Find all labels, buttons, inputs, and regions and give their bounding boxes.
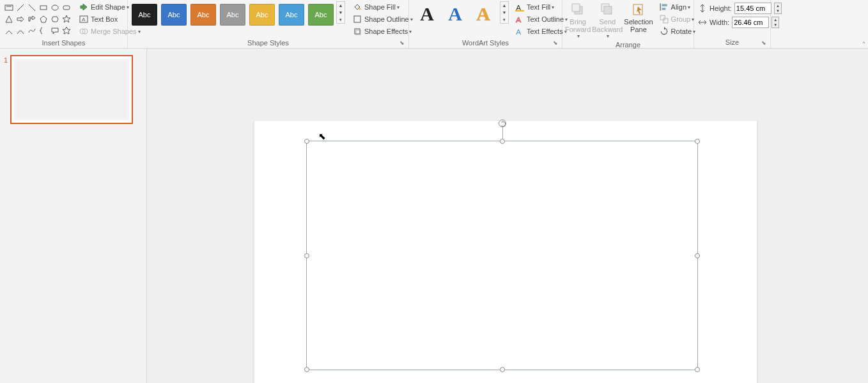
shape-style-swatch-3[interactable]: Abc	[190, 4, 216, 26]
shape-line-icon[interactable]	[15, 3, 26, 13]
shape-curve-icon[interactable]	[15, 26, 26, 36]
resize-handle-br[interactable]	[695, 367, 700, 372]
shape-effects-label: Shape Effects	[364, 27, 408, 35]
scroll-down-icon[interactable]: ▼	[337, 9, 345, 16]
shape-freeform-icon[interactable]	[27, 26, 37, 36]
slide-thumbnail-panel[interactable]: 1	[0, 49, 147, 383]
svg-rect-29	[604, 6, 612, 14]
text-outline-button[interactable]: A Text Outline▾	[513, 13, 570, 25]
group-arrange: Bring Forward ▾ Send Backward ▾ Selectio…	[562, 0, 694, 48]
text-effects-button[interactable]: A Text Effects▾	[513, 26, 570, 37]
resize-handle-bl[interactable]	[304, 367, 309, 372]
shape-connector-icon[interactable]	[4, 26, 14, 36]
shape-hexagon-icon[interactable]	[50, 14, 60, 24]
shape-triangle-icon[interactable]	[4, 14, 14, 24]
shape-style-swatch-7[interactable]: Abc	[308, 4, 334, 26]
spin-down-icon[interactable]: ▼	[772, 22, 779, 27]
gallery-more-icon[interactable]: ▾	[500, 16, 508, 23]
shape-rounded-icon[interactable]	[61, 3, 72, 13]
svg-rect-34	[660, 15, 665, 20]
shape-style-swatch-4[interactable]: Abc	[220, 4, 245, 26]
selection-pane-button[interactable]: Selection Pane	[624, 1, 653, 33]
shape-oval-icon[interactable]	[50, 3, 60, 13]
group-size: Height: ▲▼ Width: ▲▼ Size ⬊	[694, 0, 771, 48]
shape-rect-icon[interactable]	[38, 3, 49, 13]
wordart-gallery-scroll[interactable]: ▲ ▼ ▾	[500, 1, 509, 24]
dialog-launcher-icon[interactable]: ⬊	[399, 40, 407, 47]
group-label-size: Size	[694, 38, 770, 48]
svg-point-18	[359, 8, 361, 10]
text-fill-button[interactable]: A Text Fill▾	[513, 1, 570, 13]
selection-pane-icon	[632, 3, 646, 17]
shape-style-swatch-2[interactable]: Abc	[161, 4, 187, 26]
shape-style-swatch-1[interactable]: Abc	[132, 4, 157, 26]
svg-rect-4	[40, 6, 47, 10]
wordart-style-1[interactable]: A	[415, 3, 438, 26]
dropdown-caret-icon: ▾	[688, 4, 690, 10]
height-input[interactable]	[734, 3, 771, 14]
svg-marker-12	[63, 27, 70, 34]
svg-rect-33	[662, 8, 665, 10]
scroll-up-icon[interactable]: ▲	[337, 2, 345, 9]
dialog-launcher-icon[interactable]: ⬊	[761, 40, 769, 47]
width-input[interactable]	[732, 17, 769, 28]
send-backward-button: Send Backward ▾	[592, 1, 623, 39]
svg-rect-6	[63, 6, 70, 10]
shape-arrow-r-icon[interactable]	[15, 14, 26, 24]
spin-up-icon[interactable]: ▲	[775, 3, 781, 8]
dialog-launcher-icon[interactable]: ⬊	[553, 40, 561, 47]
shape-star-icon[interactable]	[61, 14, 72, 24]
svg-marker-10	[52, 17, 58, 22]
wordart-style-3[interactable]: A	[472, 3, 495, 26]
resize-handle-bm[interactable]	[500, 367, 505, 372]
svg-text:A: A	[516, 27, 521, 36]
shape-style-swatch-6[interactable]: Abc	[279, 4, 304, 26]
rotate-button[interactable]: Rotate▾	[657, 26, 698, 37]
selected-shape[interactable]	[306, 141, 698, 370]
scroll-down-icon[interactable]: ▼	[500, 9, 508, 16]
shape-outline-button[interactable]: Shape Outline▾	[350, 13, 415, 25]
width-spinner[interactable]: ▲▼	[771, 17, 779, 28]
rotation-line	[502, 127, 503, 139]
height-spinner[interactable]: ▲▼	[774, 3, 782, 14]
slide-thumbnail-1[interactable]	[10, 55, 133, 124]
spin-down-icon[interactable]: ▼	[775, 8, 781, 13]
svg-rect-35	[663, 19, 667, 23]
shape-style-swatch-5[interactable]: Abc	[249, 4, 275, 26]
group-button: Group▾	[657, 13, 698, 25]
merge-shapes-icon	[79, 27, 88, 36]
edit-shape-label: Edit Shape	[91, 3, 125, 11]
shape-style-gallery[interactable]: AbcAbcAbcAbcAbcAbcAbc	[130, 1, 335, 28]
shape-text-box-icon[interactable]	[4, 3, 14, 13]
shape-arrow-bent-icon[interactable]	[27, 14, 37, 24]
resize-handle-tm[interactable]	[500, 139, 505, 144]
text-outline-icon: A	[515, 15, 524, 24]
shape-action-icon[interactable]	[61, 26, 72, 36]
rotation-handle[interactable]	[499, 120, 506, 127]
resize-handle-ml[interactable]	[304, 253, 309, 258]
shape-fill-button[interactable]: Shape Fill▾	[350, 1, 415, 13]
slide-canvas[interactable]: ⬉	[147, 49, 868, 383]
shape-callout-icon[interactable]	[50, 26, 60, 36]
shape-line2-icon[interactable]	[27, 3, 37, 13]
svg-marker-8	[17, 17, 24, 22]
gallery-scroll[interactable]: ▲ ▼ ▾	[336, 1, 345, 24]
text-effects-icon: A	[515, 27, 524, 36]
spin-up-icon[interactable]: ▲	[772, 17, 779, 22]
svg-marker-11	[63, 15, 70, 22]
scroll-up-icon[interactable]: ▲	[500, 2, 508, 9]
align-button[interactable]: Align▾	[657, 1, 698, 13]
gallery-more-icon[interactable]: ▾	[337, 16, 345, 23]
resize-handle-mr[interactable]	[695, 253, 700, 258]
wordart-gallery[interactable]: A A A	[412, 1, 499, 27]
shape-effects-button[interactable]: Shape Effects▾	[350, 26, 415, 37]
dropdown-caret-icon: ▾	[397, 4, 399, 10]
resize-handle-tl[interactable]	[304, 139, 309, 144]
shape-brace-icon[interactable]	[38, 26, 49, 36]
shape-pentagon-icon[interactable]	[38, 14, 49, 24]
effects-icon	[353, 27, 362, 36]
shapes-gallery[interactable]	[3, 1, 73, 37]
resize-handle-tr[interactable]	[695, 139, 700, 144]
wordart-style-2[interactable]: A	[444, 3, 467, 26]
collapse-ribbon-icon[interactable]: ˄	[862, 41, 865, 48]
